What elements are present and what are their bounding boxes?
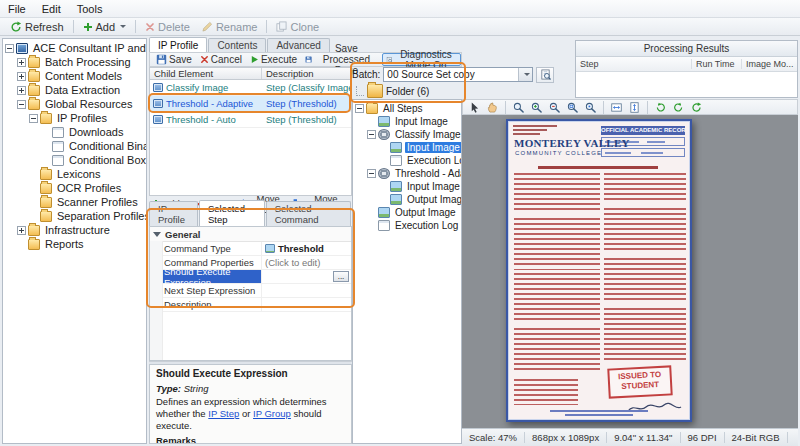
steps-tree-item-threshold-input-image[interactable]: Input Image	[353, 180, 461, 193]
tree-item-separation-profiles[interactable]: Separation Profiles	[3, 209, 146, 223]
tree-item-ocr-profiles[interactable]: OCR Profiles	[3, 181, 146, 195]
tab-detail-ip-profile[interactable]: IP Profile	[149, 201, 198, 226]
batch-combobox[interactable]: 00 Source Set copy	[383, 67, 533, 82]
tree-item-content-models[interactable]: Content Models	[3, 69, 146, 83]
rotate-left-button[interactable]	[652, 101, 669, 114]
step-row-threshold-adaptive[interactable]: Threshold - Adaptive Step (Threshold)	[150, 96, 351, 112]
cancel-button[interactable]: Cancel	[196, 53, 246, 66]
expand-expander-icon[interactable]	[17, 72, 26, 81]
steps-tree-item-classify-input-image[interactable]: Input Image	[353, 141, 461, 154]
tree-item-global-resources[interactable]: Global Resources	[3, 97, 146, 111]
property-row-command-type[interactable]: Command Type Threshold	[150, 242, 351, 256]
collapse-expander-icon[interactable]	[5, 44, 14, 53]
tree-item-downloads[interactable]: Downloads	[3, 125, 146, 139]
delete-button[interactable]: Delete	[139, 19, 196, 35]
collapse-expander-icon[interactable]	[17, 100, 26, 109]
help-text: or	[242, 408, 250, 419]
column-image-mode[interactable]: Image Mo...	[742, 59, 797, 69]
tab-selected-step[interactable]: Selected Step	[199, 200, 265, 226]
property-value: Threshold	[278, 243, 324, 254]
ip-group-link[interactable]: IP Group	[253, 408, 291, 419]
column-step[interactable]: Step	[576, 59, 692, 69]
select-tool-button[interactable]	[466, 101, 483, 114]
steps-tree-item-classify-execution-log[interactable]: Execution Log	[353, 154, 461, 167]
tree-item-ace-consultant[interactable]: ACE Consultant IP and OCR	[3, 41, 146, 55]
clone-button[interactable]: Clone	[270, 19, 325, 35]
current-folder-row[interactable]: Folder (6)	[354, 83, 462, 99]
tree-item-data-extraction[interactable]: Data Extraction	[3, 83, 146, 97]
zoom-tool-button[interactable]	[510, 101, 527, 114]
zoom-in-button[interactable]	[528, 101, 545, 114]
collapse-triangle-icon[interactable]	[153, 232, 161, 237]
column-child-element[interactable]: Child Element	[150, 68, 262, 79]
property-row-next-step-expression[interactable]: Next Step Expression	[150, 284, 351, 298]
property-row-description[interactable]: Description	[150, 298, 351, 312]
menu-file[interactable]: File	[0, 2, 34, 16]
step-row-classify-image[interactable]: Classify Image Step (Classify Image)	[150, 80, 351, 96]
rotate-right-button[interactable]	[670, 101, 687, 114]
menu-tools[interactable]: Tools	[69, 2, 111, 16]
zoom-region-button[interactable]	[564, 101, 581, 114]
fit-page-button[interactable]	[626, 101, 643, 114]
tree-item-lexicons[interactable]: Lexicons	[3, 167, 146, 181]
zoom-actual-size-button[interactable]	[582, 101, 599, 114]
steps-tree-item-output-image[interactable]: Output Image	[353, 206, 461, 219]
collapse-expander-icon[interactable]	[29, 114, 38, 123]
folder-icon	[40, 197, 52, 208]
view-batch-document-button[interactable]	[536, 67, 554, 83]
expand-expander-icon[interactable]	[17, 226, 26, 235]
menu-edit[interactable]: Edit	[34, 2, 69, 16]
property-value[interactable]: (Click to edit)	[265, 257, 320, 268]
zoom-out-button[interactable]	[546, 101, 563, 114]
add-dropdown-caret-icon[interactable]	[120, 25, 126, 28]
tree-item-reports[interactable]: Reports	[3, 237, 146, 251]
property-row-should-execute-expression[interactable]: Should Execute Expression ...	[150, 270, 351, 284]
tree-item-ip-profiles[interactable]: IP Profiles	[3, 111, 146, 125]
pan-tool-button[interactable]	[484, 101, 501, 114]
collapse-expander-icon[interactable]	[367, 169, 376, 178]
collapse-expander-icon[interactable]	[355, 104, 364, 113]
image-viewer-canvas[interactable]: OFFICIAL ACADEMIC RECORD MONTEREY VALLEY…	[462, 115, 798, 428]
add-button[interactable]: Add	[77, 19, 133, 35]
fit-width-icon	[611, 102, 622, 113]
tab-ip-profile[interactable]: IP Profile	[149, 37, 207, 52]
steps-tree-item-classify-image[interactable]: Classify Image	[353, 128, 461, 141]
help-title: Should Execute Expression	[156, 368, 345, 381]
tree-item-label: Lexicons	[55, 168, 102, 180]
diagnostics-icon	[386, 55, 392, 65]
steps-tree-item-all-steps[interactable]: All Steps	[353, 102, 461, 115]
expand-expander-icon[interactable]	[17, 86, 26, 95]
step-name: Classify Image	[166, 82, 228, 93]
property-category-general[interactable]: General	[150, 227, 351, 242]
expand-expander-icon[interactable]	[17, 58, 26, 67]
steps-tree-item-input-image[interactable]: Input Image	[353, 115, 461, 128]
refresh-image-button[interactable]	[688, 101, 705, 114]
collapse-expander-icon[interactable]	[367, 130, 376, 139]
expression-browse-button[interactable]: ...	[333, 271, 349, 282]
rename-button[interactable]: Rename	[196, 19, 264, 35]
tree-item-infrastructure[interactable]: Infrastructure	[3, 223, 146, 237]
column-description[interactable]: Description	[262, 68, 351, 79]
steps-tree-item-threshold-output-image[interactable]: Output Image	[353, 193, 461, 206]
steps-tree-item-execution-log[interactable]: Execution Log	[353, 219, 461, 232]
results-columns-header: Step Run Time Image Mo...	[576, 57, 797, 72]
step-name: Threshold - Auto	[166, 114, 236, 125]
tab-selected-command[interactable]: Selected Command	[266, 201, 351, 226]
tree-item-conditional-box-removal[interactable]: Conditional Box Removal	[3, 153, 146, 167]
column-run-time[interactable]: Run Time	[692, 59, 742, 69]
diagnostics-mode-toggle[interactable]: Diagnostics Mode On	[382, 53, 461, 66]
batch-combobox-dropdown-button[interactable]	[518, 68, 532, 81]
tree-item-scanner-profiles[interactable]: Scanner Profiles	[3, 195, 146, 209]
refresh-button[interactable]: Refresh	[4, 19, 70, 35]
tree-item-batch-processing[interactable]: Batch Processing	[3, 55, 146, 69]
tab-contents[interactable]: Contents	[208, 38, 266, 52]
save-processed-page-button[interactable]: Save Processed Page	[301, 53, 382, 66]
step-row-threshold-auto[interactable]: Threshold - Auto Step (Threshold)	[150, 112, 351, 128]
fit-width-button[interactable]	[608, 101, 625, 114]
tree-item-conditional-binarize[interactable]: Conditional Binarize	[3, 139, 146, 153]
save-button[interactable]: Save	[152, 53, 196, 66]
ip-step-link[interactable]: IP Step	[208, 408, 239, 419]
tree-item-label: Data Extraction	[43, 84, 122, 96]
execute-button[interactable]: Execute	[246, 53, 301, 66]
steps-tree-item-threshold-adaptive[interactable]: Threshold - Adaptive	[353, 167, 461, 180]
